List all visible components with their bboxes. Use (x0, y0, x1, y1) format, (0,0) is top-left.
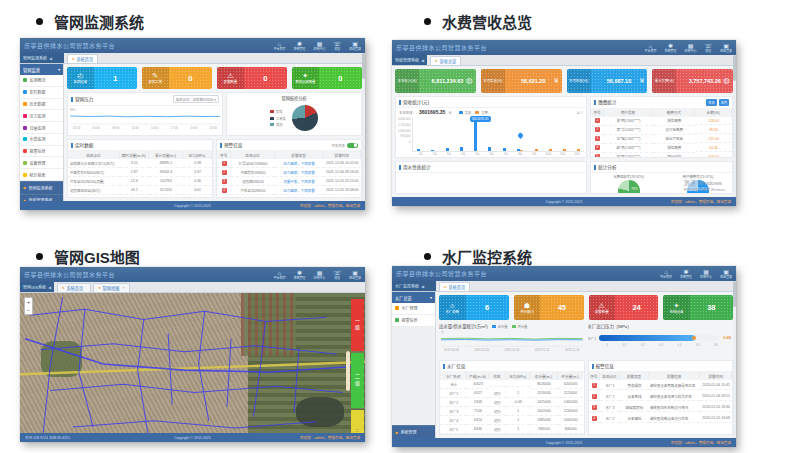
tab-revenue[interactable]: ● 营收总览 (430, 56, 461, 66)
nav-item[interactable]: ☏ 消息 (333, 41, 341, 51)
sidebar-head[interactable]: 水厂总览 ▾ (392, 292, 435, 303)
module-switcher[interactable]: 水厂监控系统 ◀ (392, 281, 436, 291)
table-row[interactable]: 2 水厂1 设备离线 请检查设备电源与信号状态 2020-01-06 09:15 (589, 391, 733, 402)
stat-card[interactable]: ⚠ 报警数量 24 (589, 295, 659, 320)
table-row[interactable]: 水厂2 5348 运行 0.48 1425000 1065000 (440, 398, 584, 407)
tab-close-icon[interactable]: × (122, 285, 124, 290)
nav-item[interactable]: ▦ 应用中心 (313, 41, 325, 51)
scrollbar[interactable] (362, 53, 365, 201)
stat-card[interactable]: ✦ 离线设备数量 0 (292, 67, 362, 89)
bar-group[interactable]: 7月 (499, 117, 513, 151)
table-row[interactable]: 1 水厂1 管道漏损 请检查设备管路连接是否正常 2020-01-06 10:4… (589, 380, 733, 391)
nav-item[interactable]: ▣ 退出登录 (720, 269, 732, 279)
map-zoom-control[interactable]: + − (24, 297, 33, 315)
bar-group[interactable]: 10月 (541, 117, 555, 151)
tab[interactable]: ● 管网地图 × (93, 283, 130, 293)
sidebar-item[interactable]: 实时数据 (20, 87, 63, 99)
nav-item[interactable]: ▦ 应用中心 (313, 270, 325, 280)
stat-card[interactable]: 本年收入(元) 6,811,234.63 ◍ (395, 69, 476, 93)
sidebar-item[interactable]: 历史数据 (20, 99, 63, 111)
sidebar-system-item[interactable]: ◆ 系统管理 (392, 425, 435, 438)
sidebar-item[interactable]: 水质监测 (20, 134, 63, 146)
bar-group[interactable]: 4月 (456, 117, 470, 151)
gis-map-canvas[interactable]: + − 一级 二级 三级 (20, 293, 365, 433)
stat-card[interactable]: 累计欠费(元) 3,757,743.26 ◍ (652, 69, 733, 93)
legend-item[interactable]: 实收 (459, 110, 472, 115)
module-switcher[interactable]: 管网监测系统 ◀ (20, 53, 64, 63)
monitor-point-select[interactable]: 监测点位：站前路DN300 ▾ (173, 95, 219, 103)
bar-group[interactable]: 9月 (527, 117, 541, 151)
pressure-gauge[interactable]: 0.48 (599, 335, 719, 341)
user-status[interactable]: 欢迎您：admin，管理员组，退出登录 (671, 199, 731, 204)
table-row[interactable]: 5 刘*军(1304****) 银行代扣 158.20 (591, 153, 732, 157)
stat-card[interactable]: ⚠ 报警数量 0 (217, 67, 287, 89)
table-row[interactable]: 汽车站北DN200(流量) 12.6 152763 0.36 (68, 177, 212, 186)
chart-tools-icon[interactable]: ⇲ ≡ (576, 110, 583, 115)
nav-item[interactable]: ▦ 应用中心 (700, 269, 712, 279)
table-row[interactable]: 3 水厂3 酸碱度超标 请核查加药系统运行情况 2020-01-05 18:30 (589, 402, 733, 413)
bar-group[interactable]: 1月 (413, 117, 427, 151)
zoom-in-button[interactable]: + (27, 298, 31, 306)
table-row[interactable]: 2 中医院东DN300 压力越限，下限报警 2021-12-06 09:26:0… (217, 168, 361, 177)
bar-group[interactable]: 12月 (570, 117, 584, 151)
table-row[interactable]: 5 第三水厂出口 压力越限，下限报警 2021-12-05 18:33:00 (217, 195, 361, 197)
legend-item[interactable]: 报修 (270, 109, 283, 114)
sidebar-item[interactable]: 报警信息 (392, 315, 435, 327)
range-button[interactable]: 本日 (706, 99, 716, 106)
sidebar-item[interactable]: 设备管理 (20, 157, 63, 169)
nav-item[interactable]: ⌂ 平台首页 (660, 269, 672, 279)
table-row[interactable]: 迎宾路加压站(压力) 16.2 317420 0.41 (68, 186, 212, 195)
tab-home[interactable]: ● 系统首页 (67, 54, 98, 64)
sidebar-item[interactable]: 压力监测 (20, 110, 63, 122)
stat-card[interactable]: ☗ 供水能力 45 (514, 295, 584, 320)
nav-item[interactable]: ☏ 消息 (704, 43, 712, 53)
table-row[interactable]: 1 2#泵站出口DN300 压力越限，下限报警 2021-12-06 10:42… (217, 159, 361, 168)
nav-item[interactable]: ✱ 系统管理 (293, 270, 305, 280)
sidebar-item[interactable]: 水厂管理 (392, 303, 435, 315)
nav-item[interactable]: ⌂ 平台首页 (273, 270, 285, 280)
user-status[interactable]: 欢迎您：admin，管理员组，退出登录 (671, 440, 731, 445)
table-row[interactable]: 4 汽车站北DN200 压力越限，下限报警 2021-12-05 20:48:0… (217, 186, 361, 195)
tab-home[interactable]: ● 系统首页 (439, 282, 470, 292)
legend-item[interactable]: 欠费 (475, 110, 488, 115)
sidebar-item[interactable]: 流量监测 (20, 122, 63, 134)
nav-item[interactable]: ⌂ 平台首页 (273, 41, 285, 51)
range-button[interactable]: 本月 (719, 99, 729, 106)
table-row[interactable]: 水厂5 8436 运行 1 946000 846000 (440, 425, 584, 434)
sidebar-system-item[interactable]: ◆ 管网监测系统 (20, 181, 63, 194)
nav-item[interactable]: ☏ 消息 (333, 270, 341, 280)
scrollbar[interactable] (733, 281, 736, 438)
table-row[interactable]: 4 水厂2 余氯偏低 请检查消毒设备运行状态 2020-01-05 16:08 (589, 413, 733, 424)
zoom-out-button[interactable]: − (27, 306, 31, 314)
stat-card[interactable]: ◴ 监测设备 1 (67, 67, 137, 89)
table-row[interactable]: 2 李*华(1301****) 支付宝缴费 96.50 (591, 126, 732, 135)
legend-item[interactable]: 出水量 (492, 324, 508, 329)
rate-pie-chart[interactable]: 79% (618, 180, 640, 194)
sidebar-item[interactable]: 统计报表 (20, 169, 63, 181)
module-switcher[interactable]: 管网GIS系统 ◀ (20, 282, 54, 292)
nav-item[interactable]: ✱ 系统管理 (664, 43, 676, 53)
stat-card[interactable]: ✦ 在线设备 38 (663, 295, 733, 320)
level-3-button[interactable]: 三级 (351, 410, 364, 433)
table-row[interactable]: 站前路与永安路交叉口(压力) 3.52 48895.2 0.38 (68, 159, 212, 168)
stat-card[interactable]: ✎ 报修工单 0 (142, 67, 212, 89)
sidebar-item[interactable]: 报警信息 (20, 146, 63, 158)
table-row[interactable]: 3 迎宾路DN200 流量突变，下限报警 2021-12-05 22:10:00 (217, 177, 361, 186)
user-status[interactable]: 欢迎您：admin，管理员组，退出登录 (300, 435, 360, 440)
nav-item[interactable]: ▦ 应用中心 (684, 43, 696, 53)
table-row[interactable]: 3 王*强(1302****) 营业厅现金 215.00 (591, 135, 732, 144)
tab[interactable]: ● 系统首页 (57, 283, 91, 293)
nav-item[interactable]: ✱ 系统管理 (293, 41, 305, 51)
table-row[interactable]: 4 赵*芳(1303****) 微信缴费 64.30 (591, 144, 732, 153)
bar-group[interactable]: 5月 (470, 117, 484, 151)
module-switcher[interactable]: 营收管理系统 ◀ (392, 55, 427, 65)
bar-group[interactable]: 3月 (442, 117, 456, 151)
table-row[interactable]: 合计 41623 8526000 6200000 (440, 380, 584, 389)
level-1-button[interactable]: 一级 (351, 299, 364, 351)
alarm-toggle[interactable] (347, 143, 358, 148)
bar-group[interactable]: 2月 (428, 117, 442, 151)
stat-card[interactable]: 本月实收(元) 58,621.20 ¥ (481, 69, 562, 93)
nav-item[interactable]: ▣ 退出登录 (349, 41, 361, 51)
user-status[interactable]: 欢迎您：admin，管理员组，退出登录 (300, 203, 360, 208)
bar-group[interactable]: 6月 (485, 117, 499, 151)
